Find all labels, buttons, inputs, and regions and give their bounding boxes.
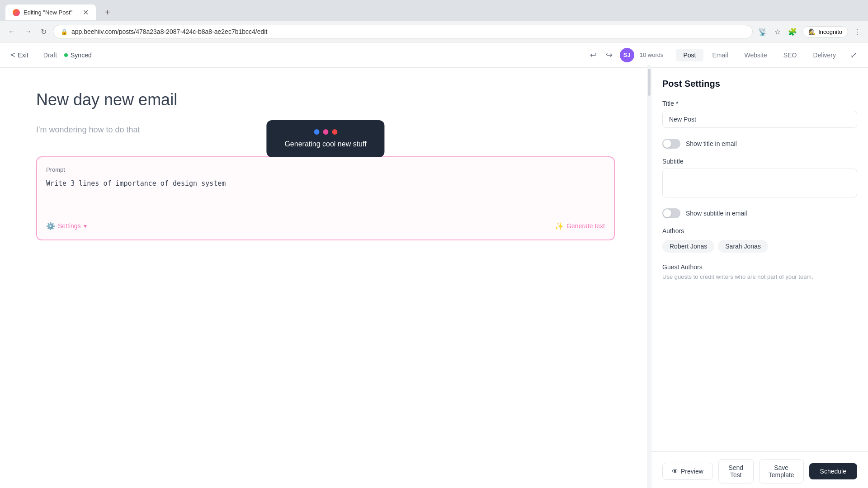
show-title-label: Show title in email <box>686 140 737 147</box>
author-tag-0[interactable]: Robert Jonas <box>662 240 714 253</box>
required-indicator: * <box>676 100 678 107</box>
author-tag-1[interactable]: Sarah Jonas <box>718 240 768 253</box>
show-subtitle-label: Show subtitle in email <box>686 210 747 217</box>
send-test-button[interactable]: Send Test <box>718 459 754 483</box>
generate-icon: ✨ <box>555 222 564 230</box>
tab-title: Editing "New Post" <box>24 9 79 16</box>
bottom-bar: 👁 Preview Send Test Save Template Schedu… <box>651 451 868 488</box>
top-bar-actions: ↩ ↪ SJ 10 words <box>588 48 664 62</box>
close-tab-button[interactable]: ✕ <box>83 8 89 17</box>
incognito-icon: 🕵️ <box>808 28 816 35</box>
scroll-thumb[interactable] <box>648 69 651 96</box>
authors-list: Robert Jonas Sarah Jonas <box>662 240 857 253</box>
panel-title: Post Settings <box>662 79 857 89</box>
editor-area[interactable]: New day new email I'm wondering how to d… <box>0 68 651 488</box>
scroll-track[interactable] <box>647 68 651 488</box>
back-arrow-icon: < <box>11 51 15 59</box>
synced-indicator <box>64 53 68 57</box>
address-bar[interactable]: 🔒 app.beehiiv.com/posts/478a23a8-2087-42… <box>53 25 753 38</box>
expand-button[interactable]: ⤢ <box>850 50 857 60</box>
lock-icon: 🔒 <box>61 28 68 35</box>
divider <box>36 51 36 60</box>
prompt-textarea[interactable]: Write 3 lines of importance of design sy… <box>46 178 605 215</box>
subtitle-input[interactable] <box>662 169 857 197</box>
show-subtitle-toggle-row: Show subtitle in email <box>662 208 857 218</box>
authors-section: Authors Robert Jonas Sarah Jonas <box>662 227 857 253</box>
preview-label: Preview <box>681 468 703 475</box>
tab-post[interactable]: Post <box>676 49 703 61</box>
schedule-button[interactable]: Schedule <box>809 463 857 479</box>
toggle-knob <box>663 140 671 148</box>
new-tab-button[interactable]: + <box>98 4 118 21</box>
preview-icon: 👁 <box>672 468 678 475</box>
exit-button[interactable]: < Exit <box>11 51 28 59</box>
incognito-label: Incognito <box>818 28 842 35</box>
authors-label: Authors <box>662 227 857 235</box>
generating-overlay: Generating cool new stuff <box>266 120 384 157</box>
draft-badge[interactable]: Draft <box>43 52 57 59</box>
bookmark-button[interactable]: ☆ <box>773 26 783 38</box>
settings-icon: ⚙️ <box>46 222 55 230</box>
back-button[interactable]: ← <box>5 26 18 38</box>
forward-button[interactable]: → <box>22 26 34 38</box>
title-label: Title * <box>662 100 857 107</box>
preview-button[interactable]: 👁 Preview <box>662 463 713 480</box>
undo-button[interactable]: ↩ <box>588 48 599 62</box>
tab-seo[interactable]: SEO <box>776 49 804 61</box>
redo-button[interactable]: ↪ <box>604 48 614 62</box>
word-count: 10 words <box>640 52 664 58</box>
top-bar: < Exit Draft Synced ↩ ↪ SJ 10 words Post… <box>0 42 868 68</box>
url-text: app.beehiiv.com/posts/478a23a8-2087-424c… <box>71 28 745 35</box>
title-input[interactable] <box>662 111 857 128</box>
generate-text-button[interactable]: ✨ Generate text <box>555 222 605 230</box>
prompt-label: Prompt <box>46 166 605 173</box>
chevron-down-icon: ▾ <box>84 222 87 230</box>
ai-prompt-box: Prompt Write 3 lines of importance of de… <box>36 156 615 240</box>
title-field-group: Title * <box>662 100 857 128</box>
show-title-toggle[interactable] <box>662 139 680 149</box>
reload-button[interactable]: ↻ <box>38 26 49 38</box>
generate-label: Generate text <box>566 222 605 230</box>
prompt-footer: ⚙️ Settings ▾ ✨ Generate text <box>46 222 605 230</box>
guest-authors-label: Guest Authors <box>662 263 857 271</box>
show-subtitle-toggle[interactable] <box>662 208 680 218</box>
tab-delivery[interactable]: Delivery <box>806 49 843 61</box>
ai-settings-button[interactable]: ⚙️ Settings ▾ <box>46 222 87 230</box>
incognito-badge: 🕵️ Incognito <box>802 26 848 38</box>
dot-3 <box>332 129 337 135</box>
nav-tabs: Post Email Website SEO Delivery <box>676 49 843 61</box>
extension-button[interactable]: 🧩 <box>786 26 799 38</box>
active-tab[interactable]: Editing "New Post" ✕ <box>5 5 96 20</box>
dot-1 <box>314 129 319 135</box>
exit-label: Exit <box>18 52 28 59</box>
synced-label: Synced <box>71 52 92 59</box>
guest-authors-hint: Use guests to credit writers who are not… <box>662 273 857 280</box>
subtitle-field-group: Subtitle <box>662 158 857 197</box>
generating-text: Generating cool new stuff <box>284 140 366 148</box>
tab-website[interactable]: Website <box>737 49 774 61</box>
editor-title[interactable]: New day new email <box>36 89 615 111</box>
dot-2 <box>323 129 328 135</box>
generating-dots <box>314 129 337 135</box>
subtitle-label: Subtitle <box>662 158 857 165</box>
guest-authors-section: Guest Authors Use guests to credit write… <box>662 263 857 280</box>
cast-button[interactable]: 📡 <box>756 26 769 38</box>
tab-email[interactable]: Email <box>705 49 736 61</box>
avatar[interactable]: SJ <box>620 48 634 62</box>
toggle-knob-2 <box>663 209 671 217</box>
synced-badge: Synced <box>64 52 92 59</box>
settings-label: Settings <box>58 222 81 230</box>
menu-button[interactable]: ⋮ <box>852 26 863 38</box>
tab-favicon <box>13 9 20 16</box>
right-panel: Post Settings Title * Show title in emai… <box>651 68 868 488</box>
save-template-button[interactable]: Save Template <box>759 459 804 483</box>
show-title-toggle-row: Show title in email <box>662 139 857 149</box>
